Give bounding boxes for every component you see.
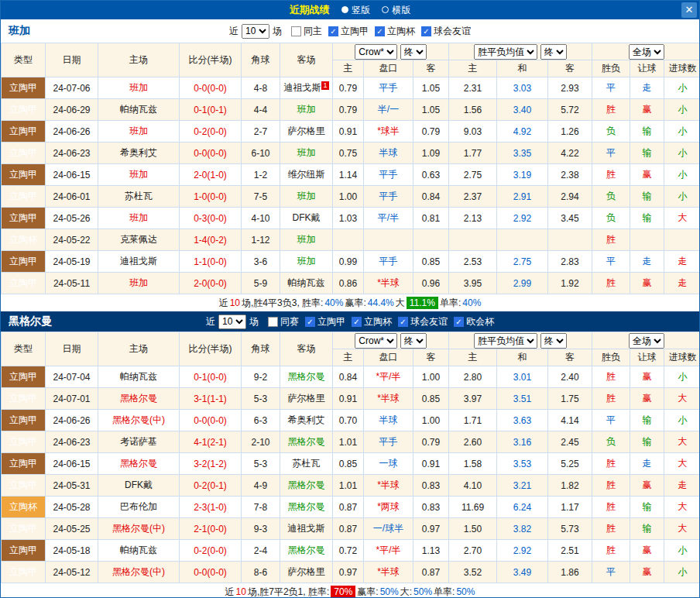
- checkbox-icon[interactable]: [268, 317, 278, 327]
- asia-home-odds-cell: 1.00: [333, 186, 364, 208]
- result-cell: 负: [592, 208, 630, 229]
- checkbox-icon[interactable]: ✓: [305, 317, 315, 327]
- filter-checkbox-item[interactable]: ✓立陶杯: [352, 315, 392, 328]
- handicap-result-cell: [630, 229, 664, 251]
- filter-checkbox-item[interactable]: ✓立陶杯: [375, 25, 415, 38]
- near-count-select[interactable]: 10: [242, 24, 269, 39]
- euro-draw-odds-cell: 4.92: [497, 121, 548, 143]
- euro-source-select[interactable]: 胜平负均值: [474, 333, 537, 349]
- league-cell: 立陶甲: [2, 251, 46, 273]
- euro-draw-odds-cell: 3.63: [497, 410, 548, 431]
- euro-draw-odds-cell: 3.16: [497, 431, 548, 453]
- euro-draw-odds-cell: 2.92: [497, 208, 548, 229]
- hegelmann-filter-bar: 近 10 场 同赛✓立陶甲✓立陶杯✓球会友谊✓欧会杯: [206, 314, 494, 329]
- filter-checkbox-item[interactable]: ✓欧会杯: [454, 315, 494, 328]
- scope-select[interactable]: 全场: [629, 44, 664, 60]
- score-cell: 0-0(0-0): [180, 410, 242, 431]
- odds-source-select[interactable]: Crow*: [355, 44, 397, 60]
- banga-filter-bar: 近 10 场 同主✓立陶甲✓立陶杯✓球会友谊: [229, 24, 471, 39]
- away-team-cell: 班加: [280, 143, 333, 164]
- asia-away-odds-cell: 0.96: [413, 273, 449, 294]
- handicap-result-cell: 输: [630, 518, 664, 540]
- col-result: 胜负: [592, 349, 630, 366]
- home-team-cell: 考诺萨基: [98, 431, 180, 453]
- euro-final-select[interactable]: 终: [540, 333, 567, 349]
- goals-result-cell: 大: [664, 453, 700, 475]
- home-team-cell: 帕纳瓦兹: [98, 540, 180, 562]
- col-goal: 进球数: [664, 60, 700, 77]
- match-row: 立陶甲24-06-26班加0-2(0-0)2-7萨尔格里0.91*球半0.799…: [2, 121, 700, 143]
- home-team-cell: 巴布伦加: [98, 497, 180, 518]
- euro-source-select[interactable]: 胜平负均值: [474, 44, 537, 60]
- score-cell: 0-2(0-0): [180, 540, 242, 562]
- handicap-cell: 一/球半: [364, 518, 413, 540]
- asia-away-odds-cell: 0.81: [413, 208, 449, 229]
- result-cell: 胜: [592, 273, 630, 294]
- summary-segment: 40%: [324, 297, 343, 308]
- asia-away-odds-cell: 1.13: [413, 540, 449, 562]
- goals-result-cell: 走: [664, 475, 700, 497]
- goals-result-cell: 走: [664, 251, 700, 273]
- summary-segment: 近: [225, 586, 235, 598]
- checkbox-icon[interactable]: ✓: [421, 26, 431, 36]
- close-icon[interactable]: ✕: [681, 2, 697, 18]
- window-title: 近期战绩: [290, 4, 330, 15]
- vertical-layout-radio-icon[interactable]: [341, 6, 348, 13]
- corner-cell: 7-8: [242, 497, 280, 518]
- odds-source-select[interactable]: Crow*: [355, 333, 397, 349]
- checkbox-icon[interactable]: [291, 26, 301, 36]
- near-count-select[interactable]: 10: [218, 314, 246, 329]
- checkbox-icon[interactable]: ✓: [454, 317, 464, 327]
- league-cell: 立陶甲: [2, 562, 46, 583]
- handicap-cell: 半/一: [364, 99, 413, 121]
- result-cell: 胜: [592, 164, 630, 186]
- near-label: 近: [229, 25, 238, 38]
- euro-final-select[interactable]: 终: [540, 44, 567, 60]
- handicap-cell: 平/半: [364, 208, 413, 229]
- col-home: 主场: [98, 43, 180, 77]
- filter-checkbox-item[interactable]: ✓球会友谊: [421, 25, 471, 38]
- vertical-layout-label[interactable]: 竖版: [352, 5, 370, 15]
- filter-checkbox-item[interactable]: 同赛: [268, 315, 299, 328]
- col-result: 胜负: [592, 60, 630, 77]
- horizontal-layout-radio-icon[interactable]: [382, 6, 389, 13]
- col-away: 客场: [280, 332, 333, 366]
- corner-cell: 4-9: [242, 475, 280, 497]
- home-team-cell: 克莱佩达: [98, 229, 180, 251]
- asia-home-odds-cell: 0.87: [333, 497, 364, 518]
- horizontal-layout-label[interactable]: 横版: [392, 5, 410, 15]
- league-cell: 立陶甲: [2, 99, 46, 121]
- odds-final-select[interactable]: 终: [400, 333, 427, 349]
- away-team-cell: DFK戴: [280, 208, 333, 229]
- col-asia-home: 主: [333, 349, 364, 366]
- asia-home-odds-cell: 0.85: [333, 453, 364, 475]
- filter-checkbox-item[interactable]: 同主: [291, 25, 322, 38]
- date-cell: 24-07-04: [46, 366, 98, 388]
- euro-away-odds-cell: 1.86: [548, 562, 592, 583]
- goals-result-cell: 小: [664, 562, 700, 583]
- filter-checkbox-item[interactable]: ✓球会友谊: [398, 315, 448, 328]
- corner-cell: 6-3: [242, 410, 280, 431]
- home-team-cell: 苏杜瓦: [98, 186, 180, 208]
- match-row: 立陶甲24-05-26班加0-3(0-0)4-10DFK戴1.03平/半0.81…: [2, 208, 700, 229]
- league-cell: 立陶杯: [2, 229, 46, 251]
- euro-draw-odds-cell: 2.92: [497, 540, 548, 562]
- handicap-cell: 平手: [364, 186, 413, 208]
- col-corner: 角球: [242, 43, 280, 77]
- checkbox-icon[interactable]: ✓: [398, 317, 408, 327]
- filter-checkbox-item[interactable]: ✓立陶甲: [305, 315, 345, 328]
- euro-draw-odds-cell: 2.91: [497, 186, 548, 208]
- odds-final-select[interactable]: 终: [400, 44, 427, 60]
- scope-select[interactable]: 全场: [629, 333, 664, 349]
- asia-away-odds-cell: 0.87: [413, 562, 449, 583]
- score-cell: 4-1(2-1): [180, 431, 242, 453]
- checkbox-icon[interactable]: ✓: [375, 26, 385, 36]
- date-cell: 24-07-01: [46, 388, 98, 410]
- checkbox-icon[interactable]: ✓: [328, 26, 338, 36]
- filter-checkbox-item[interactable]: ✓立陶甲: [328, 25, 369, 38]
- league-cell: 立陶甲: [2, 475, 46, 497]
- away-team-cell: 黑格尔曼: [280, 475, 333, 497]
- handicap-cell: *平/半: [364, 540, 413, 562]
- checkbox-icon[interactable]: ✓: [352, 317, 362, 327]
- date-cell: 24-05-18: [46, 540, 98, 562]
